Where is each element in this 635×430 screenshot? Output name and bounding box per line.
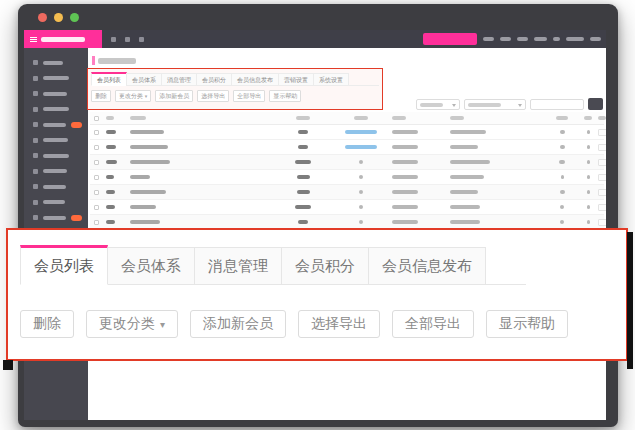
tab-member-points[interactable]: 会员积分 xyxy=(196,73,232,86)
tab-marketing-settings[interactable]: 营销设置 xyxy=(278,73,314,86)
tab-member-info-publish[interactable]: 会员信息发布 xyxy=(368,247,486,285)
member-name-link[interactable] xyxy=(130,145,168,149)
tab-member-points[interactable]: 会员积分 xyxy=(281,247,369,285)
table-header-row xyxy=(90,112,604,125)
header-nav-item[interactable] xyxy=(590,37,601,41)
app-logo-text xyxy=(41,37,85,42)
search-input[interactable] xyxy=(530,99,584,110)
callout-member-tabs: 会员列表 会员体系 消息管理 会员积分 会员信息发布 xyxy=(20,245,526,285)
header-account-item[interactable] xyxy=(566,37,584,41)
tab-member-list[interactable]: 会员列表 xyxy=(20,245,108,285)
select-all-checkbox[interactable] xyxy=(94,116,99,121)
close-window-button[interactable] xyxy=(38,13,47,22)
member-name-link[interactable] xyxy=(130,205,156,209)
tab-system-settings[interactable]: 系统设置 xyxy=(313,73,349,86)
minimize-window-button[interactable] xyxy=(54,13,63,22)
sidebar-item-icon xyxy=(33,184,38,189)
notification-badge xyxy=(71,122,82,128)
sidebar-item[interactable] xyxy=(24,86,88,102)
header-icons xyxy=(111,37,144,42)
member-name-link[interactable] xyxy=(130,220,160,224)
row-checkbox[interactable] xyxy=(94,175,99,180)
header-nav-item[interactable] xyxy=(553,37,560,41)
export-all-button[interactable]: 全部导出 xyxy=(392,310,474,338)
member-table xyxy=(90,112,604,230)
tab-member-info-publish[interactable]: 会员信息发布 xyxy=(231,73,279,86)
tab-message-management[interactable]: 消息管理 xyxy=(194,247,282,285)
header-icon-1[interactable] xyxy=(111,37,116,42)
delete-button[interactable]: 删除 xyxy=(91,90,111,102)
table-row[interactable] xyxy=(90,140,604,155)
filter-select[interactable] xyxy=(416,99,460,110)
member-name-link[interactable] xyxy=(130,175,150,179)
header-nav-item[interactable] xyxy=(483,37,494,41)
table-row[interactable] xyxy=(90,200,604,215)
export-selected-button[interactable]: 选择导出 xyxy=(298,310,380,338)
member-name-link[interactable] xyxy=(130,160,170,164)
sidebar-item[interactable] xyxy=(24,55,88,71)
header-nav-item[interactable] xyxy=(500,37,511,41)
row-action-button[interactable] xyxy=(598,189,606,196)
sidebar-item-icon xyxy=(33,215,38,220)
row-action-buttons xyxy=(598,189,606,196)
hamburger-menu-icon[interactable] xyxy=(30,37,37,42)
row-action-button[interactable] xyxy=(598,204,606,211)
row-action-button[interactable] xyxy=(598,159,606,166)
header-icon-3[interactable] xyxy=(139,37,144,42)
row-checkbox[interactable] xyxy=(94,220,99,225)
sidebar-item-members-active[interactable] xyxy=(24,117,88,133)
change-category-button[interactable]: 更改分类 ▾ xyxy=(115,90,151,102)
search-button[interactable] xyxy=(588,98,603,110)
add-member-button[interactable]: 添加新会员 xyxy=(190,310,286,338)
row-action-buttons xyxy=(598,129,606,136)
show-help-button[interactable]: 显示帮助 xyxy=(486,310,568,338)
email-link[interactable] xyxy=(345,130,377,134)
zoom-window-button[interactable] xyxy=(70,13,79,22)
show-help-button[interactable]: 显示帮助 xyxy=(269,90,301,102)
tab-bar-filler xyxy=(348,73,379,86)
row-checkbox[interactable] xyxy=(94,160,99,165)
export-selected-button[interactable]: 选择导出 xyxy=(197,90,229,102)
member-name-link[interactable] xyxy=(130,190,166,194)
tab-message-management[interactable]: 消息管理 xyxy=(161,73,197,86)
row-checkbox[interactable] xyxy=(94,130,99,135)
sidebar-item[interactable] xyxy=(24,164,88,180)
header-nav-item[interactable] xyxy=(534,37,547,41)
app-logo[interactable] xyxy=(24,30,102,48)
row-action-button[interactable] xyxy=(598,174,606,181)
table-row[interactable] xyxy=(90,125,604,140)
sidebar-item[interactable] xyxy=(24,179,88,195)
sidebar-item[interactable] xyxy=(24,148,88,164)
change-category-button[interactable]: 更改分类▾ xyxy=(86,310,178,338)
sidebar-item[interactable] xyxy=(24,71,88,87)
export-all-button[interactable]: 全部导出 xyxy=(233,90,265,102)
table-row[interactable] xyxy=(90,185,604,200)
sidebar-item[interactable] xyxy=(24,210,88,226)
header-icon-2[interactable] xyxy=(125,37,130,42)
header-pink-button[interactable] xyxy=(423,33,477,45)
sidebar-item-icon xyxy=(33,91,38,96)
email-link[interactable] xyxy=(345,145,377,149)
tab-member-system[interactable]: 会员体系 xyxy=(126,73,162,86)
sidebar-item[interactable] xyxy=(24,195,88,211)
tab-member-list[interactable]: 会员列表 xyxy=(91,72,127,86)
row-checkbox[interactable] xyxy=(94,190,99,195)
row-checkbox[interactable] xyxy=(94,145,99,150)
filter-select[interactable] xyxy=(464,99,526,110)
tab-member-system[interactable]: 会员体系 xyxy=(107,247,195,285)
row-checkbox[interactable] xyxy=(94,205,99,210)
row-action-buttons xyxy=(598,144,606,151)
row-action-button[interactable] xyxy=(598,144,606,151)
table-row[interactable] xyxy=(90,155,604,170)
add-member-button[interactable]: 添加新会员 xyxy=(155,90,193,102)
sidebar-item[interactable] xyxy=(24,102,88,118)
sidebar-item[interactable] xyxy=(24,133,88,149)
callout-action-buttons: 删除 更改分类▾ 添加新会员 选择导出 全部导出 显示帮助 xyxy=(20,310,626,338)
member-name-link[interactable] xyxy=(130,130,164,134)
row-action-button[interactable] xyxy=(598,129,606,136)
row-action-button[interactable] xyxy=(598,219,606,226)
header-right-nav xyxy=(423,33,606,45)
header-nav-item[interactable] xyxy=(517,37,528,41)
delete-button[interactable]: 删除 xyxy=(20,310,74,338)
table-row[interactable] xyxy=(90,170,604,185)
